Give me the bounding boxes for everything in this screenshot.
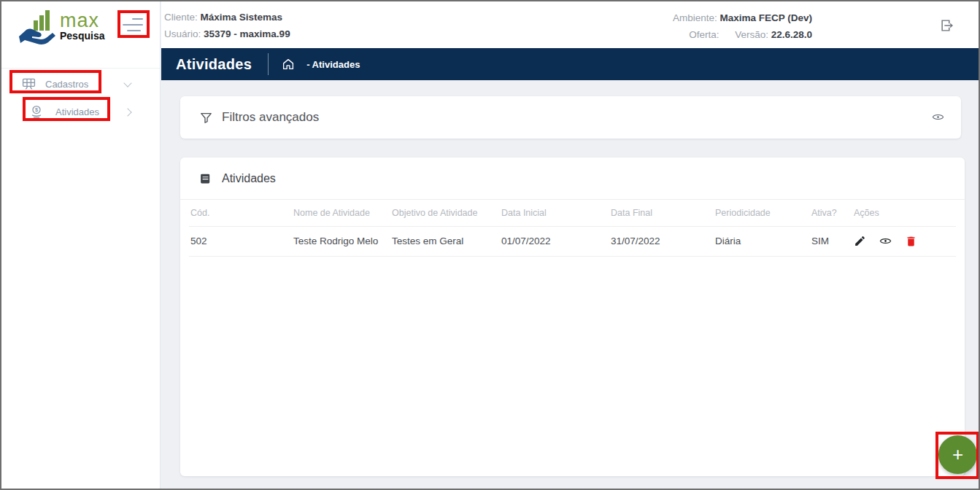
col-cod: Cód. — [189, 200, 292, 226]
col-acoes: Ações — [852, 200, 956, 226]
client-info: Cliente: Máxima Sistemas Usuário: 35379 … — [164, 9, 290, 42]
cliente-line: Cliente: Máxima Sistemas — [164, 9, 290, 26]
logo-line2: Pesquisa — [60, 31, 104, 42]
chevron-down-icon — [123, 79, 131, 87]
cell-ativa: SIM — [810, 226, 852, 256]
logo-text: max Pesquisa — [60, 10, 104, 42]
col-data-final: Data Final — [609, 200, 714, 226]
usuario-label: Usuário: — [164, 28, 201, 39]
activities-panel: Atividades Cód. Nome de Atividade Objeti… — [180, 158, 965, 476]
sidebar-item-label: Atividades — [55, 106, 99, 117]
sidebar-header: max Pesquisa — [1, 1, 160, 69]
page-title: Atividades — [176, 56, 252, 73]
oferta-line: Oferta: Versão: 22.6.28.0 — [673, 26, 812, 43]
logout-icon[interactable] — [939, 18, 955, 34]
col-periodicidade: Periodicidade — [714, 200, 810, 226]
app-window: max Pesquisa Cadastros — [0, 0, 980, 490]
book-icon — [199, 172, 212, 185]
page-title-bar: Atividades - Atividades — [161, 48, 979, 80]
ambiente-value: Maxima FECP (Dev) — [719, 12, 812, 23]
filters-title: Filtros avançados — [222, 110, 319, 125]
versao-label: Versão: — [735, 29, 768, 40]
app-logo: max Pesquisa — [16, 7, 104, 48]
cliente-label: Cliente: — [164, 12, 198, 23]
col-ativa: Ativa? — [810, 200, 852, 226]
ambiente-label: Ambiente: — [673, 12, 717, 23]
home-icon[interactable] — [282, 58, 295, 71]
versao-value: 22.6.28.0 — [771, 29, 812, 40]
activities-table: Cód. Nome de Atividade Objetivo de Ativi… — [189, 200, 956, 257]
filter-funnel-icon — [199, 111, 213, 125]
cell-objetivo: Testes em Geral — [390, 226, 500, 256]
svg-text:$: $ — [35, 106, 39, 113]
table-grid-icon — [21, 77, 36, 91]
logo-line1: max — [60, 10, 104, 31]
delete-trash-icon[interactable] — [905, 235, 917, 248]
sidebar-item-atividades[interactable]: $ Atividades — [1, 99, 160, 124]
cell-data-final: 31/07/2022 — [609, 226, 714, 256]
advanced-filters-panel[interactable]: Filtros avançados — [180, 96, 961, 139]
col-data-inicial: Data Inicial — [500, 200, 609, 226]
breadcrumb: - Atividades — [306, 59, 360, 70]
coin-icon: $ — [29, 104, 44, 120]
chevron-right-icon — [123, 108, 131, 116]
logo-chart-hand-icon — [16, 7, 57, 48]
activities-table-title: Atividades — [222, 172, 276, 185]
menu-toggle-icon[interactable] — [123, 16, 144, 34]
environment-info: Ambiente: Maxima FECP (Dev) Oferta: Vers… — [673, 9, 812, 43]
cell-cod: 502 — [189, 226, 292, 256]
col-nome: Nome de Atividade — [292, 200, 390, 226]
title-divider — [268, 53, 269, 75]
usuario-value: 35379 - maxima.99 — [204, 28, 290, 39]
sidebar-item-cadastros[interactable]: Cadastros — [1, 71, 160, 96]
sidebar-item-label: Cadastros — [45, 79, 88, 90]
col-objetivo: Objetivo de Atividade — [390, 200, 500, 226]
usuario-line: Usuário: 35379 - maxima.99 — [164, 26, 290, 42]
ambiente-line: Ambiente: Maxima FECP (Dev) — [673, 9, 812, 26]
cell-periodicidade: Diária — [714, 226, 810, 256]
edit-pencil-icon[interactable] — [854, 235, 866, 247]
cell-acoes — [852, 226, 956, 256]
cliente-value: Máxima Sistemas — [201, 12, 283, 23]
table-row: 502 Teste Rodrigo Melo Testes em Geral 0… — [189, 226, 956, 256]
cell-data-inicial: 01/07/2022 — [500, 226, 609, 256]
table-header-row: Cód. Nome de Atividade Objetivo de Ativi… — [189, 200, 956, 226]
view-eye-icon[interactable] — [879, 235, 892, 247]
activities-panel-header: Atividades — [180, 158, 965, 200]
sidebar: max Pesquisa Cadastros — [1, 1, 161, 489]
cell-nome: Teste Rodrigo Melo — [292, 226, 390, 256]
filters-eye-icon[interactable] — [931, 111, 945, 123]
plus-icon: + — [952, 443, 963, 466]
top-header: Cliente: Máxima Sistemas Usuário: 35379 … — [161, 1, 979, 48]
oferta-label: Oferta: — [689, 29, 719, 40]
add-activity-button[interactable]: + — [938, 435, 977, 474]
